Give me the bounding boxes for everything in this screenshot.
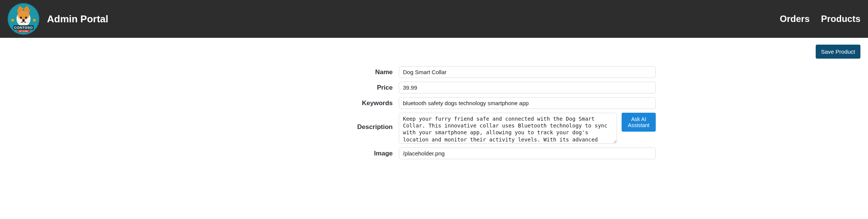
row-name: Name bbox=[212, 66, 656, 78]
header-left: CONTOSO PET STORE Admin Portal bbox=[8, 3, 108, 35]
ask-ai-assistant-button[interactable]: Ask AI Assistant bbox=[622, 113, 656, 132]
row-keywords: Keywords bbox=[212, 97, 656, 109]
label-description: Description bbox=[212, 113, 394, 131]
svg-point-2 bbox=[18, 11, 29, 20]
save-row: Save Product bbox=[8, 45, 860, 59]
header-title: Admin Portal bbox=[47, 13, 108, 25]
svg-point-4 bbox=[25, 17, 27, 19]
label-keywords: Keywords bbox=[212, 99, 394, 107]
name-input[interactable] bbox=[399, 66, 656, 78]
save-product-button[interactable]: Save Product bbox=[816, 45, 860, 59]
keywords-input[interactable] bbox=[399, 97, 656, 109]
nav-products[interactable]: Products bbox=[821, 14, 860, 24]
product-form: Name Price Keywords Description Ask AI A… bbox=[212, 66, 656, 159]
label-name: Name bbox=[212, 68, 394, 76]
brand-logo: CONTOSO PET STORE bbox=[8, 3, 39, 35]
row-price: Price bbox=[212, 82, 656, 93]
dog-logo-icon: CONTOSO PET STORE bbox=[8, 3, 39, 35]
price-input[interactable] bbox=[399, 82, 656, 93]
description-textarea[interactable] bbox=[399, 113, 617, 144]
row-image: Image bbox=[212, 148, 656, 159]
label-image: Image bbox=[212, 150, 394, 157]
main-content: Save Product Name Price Keywords Descrip… bbox=[0, 38, 868, 174]
top-header: CONTOSO PET STORE Admin Portal Orders Pr… bbox=[0, 0, 868, 38]
label-price: Price bbox=[212, 84, 394, 92]
nav-orders[interactable]: Orders bbox=[780, 14, 810, 24]
svg-text:CONTOSO: CONTOSO bbox=[14, 26, 33, 30]
svg-text:PET STORE: PET STORE bbox=[19, 30, 28, 32]
header-nav: Orders Products bbox=[780, 14, 860, 24]
svg-point-3 bbox=[20, 17, 22, 19]
image-input[interactable] bbox=[399, 148, 656, 159]
row-description: Description Ask AI Assistant bbox=[212, 113, 656, 144]
svg-point-5 bbox=[22, 19, 25, 21]
